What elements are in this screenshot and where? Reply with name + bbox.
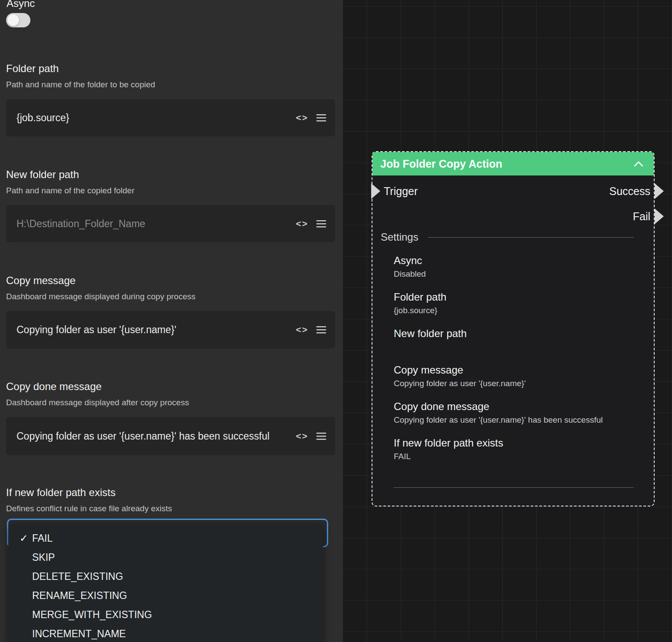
node-setting-copy-done-message: Copy done message Copying folder as user… <box>394 400 634 426</box>
dropdown-option-delete-existing[interactable]: DELETE_EXISTING <box>8 567 323 586</box>
conflict-rule-dropdown: ✓ FAIL SKIP DELETE_EXISTING RENAME_EXIST… <box>8 524 323 642</box>
setting-label: New folder path <box>394 328 634 340</box>
copy-message-input[interactable]: Copying folder as user '{user.name}' <> <box>6 311 335 348</box>
list-icon[interactable] <box>316 432 326 440</box>
node-setting-conflict-rule: If new folder path exists FAIL <box>394 437 634 462</box>
field-label: Folder path <box>6 63 335 75</box>
setting-label: Copy done message <box>394 400 634 413</box>
dropdown-option-merge-with-existing[interactable]: MERGE_WITH_EXISTING <box>8 605 323 624</box>
fail-port-label: Fail <box>372 208 654 225</box>
code-icon[interactable]: <> <box>296 111 308 125</box>
node-title: Job Folder Copy Action <box>380 158 502 170</box>
setting-label: Copy message <box>394 364 634 376</box>
setting-value: Copying folder as user '{user.name}' has… <box>394 415 634 426</box>
setting-value: {job.source} <box>394 306 634 316</box>
option-label: FAIL <box>32 533 53 544</box>
folder-path-input[interactable]: {job.source} <> <box>6 99 335 136</box>
dropdown-option-rename-existing[interactable]: RENAME_EXISTING <box>8 586 323 605</box>
field-label: Copy done message <box>6 381 335 393</box>
field-description: Path and name of the copied folder <box>6 186 335 195</box>
setting-value <box>394 342 634 353</box>
async-label: Async <box>7 0 35 10</box>
node-setting-folder-path: Folder path {job.source} <box>394 291 634 316</box>
field-label: If new folder path exists <box>6 486 335 499</box>
field-description: Defines conflict rule in case file alrea… <box>6 504 335 513</box>
dropdown-option-skip[interactable]: SKIP <box>8 548 323 567</box>
properties-panel: Async Folder path Path and name of the f… <box>0 0 343 642</box>
trigger-port-label: Trigger <box>384 185 418 198</box>
settings-section-label: Settings <box>381 231 418 243</box>
check-icon: ✓ <box>20 533 29 544</box>
input-placeholder: H:\Destination_Folder_Name <box>16 216 145 232</box>
workflow-canvas[interactable]: Job Folder Copy Action Trigger Success F… <box>343 0 672 642</box>
code-icon[interactable]: <> <box>296 323 308 337</box>
list-icon[interactable] <box>316 113 326 122</box>
field-description: Dashboard message displayed after copy p… <box>6 398 335 407</box>
field-group-copy-message: Copy message Dashboard message displayed… <box>6 275 335 348</box>
setting-value: Disabled <box>394 269 634 280</box>
input-value: Copying folder as user '{user.name}' <box>16 322 176 338</box>
option-label: MERGE_WITH_EXISTING <box>32 609 152 621</box>
field-label: New folder path <box>6 169 335 181</box>
input-value: Copying folder as user '{user.name}' has… <box>16 429 270 444</box>
job-folder-copy-action-node[interactable]: Job Folder Copy Action Trigger Success F… <box>372 151 655 506</box>
field-group-conflict-rule: If new folder path exists Defines confli… <box>6 486 335 523</box>
list-icon[interactable] <box>316 219 326 228</box>
settings-divider <box>428 237 634 238</box>
option-label: INCREMENT_NAME <box>32 628 126 640</box>
toggle-knob <box>7 14 19 26</box>
node-bottom-divider <box>394 487 634 488</box>
new-folder-path-input[interactable]: H:\Destination_Folder_Name <> <box>6 205 335 242</box>
option-label: SKIP <box>32 552 55 563</box>
setting-label: If new folder path exists <box>394 437 634 449</box>
node-header[interactable]: Job Folder Copy Action <box>372 152 654 175</box>
node-setting-new-folder-path: New folder path <box>394 328 634 353</box>
node-setting-async: Async Disabled <box>394 255 634 280</box>
chevron-up-icon[interactable] <box>634 161 643 167</box>
success-output-port[interactable] <box>655 183 664 199</box>
list-icon[interactable] <box>316 325 326 334</box>
field-description: Path and name of the folder to be copied <box>6 80 335 89</box>
code-icon[interactable]: <> <box>296 429 308 443</box>
code-icon[interactable]: <> <box>296 217 308 231</box>
option-label: RENAME_EXISTING <box>32 590 127 602</box>
success-port-label: Success <box>609 185 650 198</box>
fail-output-port[interactable] <box>655 208 664 224</box>
setting-value: Copying folder as user '{user.name}' <box>394 379 634 389</box>
trigger-input-port[interactable] <box>371 183 380 199</box>
field-label: Copy message <box>6 275 335 287</box>
input-value: {job.source} <box>16 110 69 126</box>
setting-label: Folder path <box>394 291 634 303</box>
copy-done-message-input[interactable]: Copying folder as user '{user.name}' has… <box>6 417 335 455</box>
node-setting-copy-message: Copy message Copying folder as user '{us… <box>394 364 634 389</box>
field-group-folder-path: Folder path Path and name of the folder … <box>6 63 335 136</box>
node-settings-list: Async Disabled Folder path {job.source} … <box>372 243 654 462</box>
field-group-new-folder-path: New folder path Path and name of the cop… <box>6 169 335 242</box>
setting-value: FAIL <box>394 452 634 462</box>
dropdown-option-fail[interactable]: ✓ FAIL <box>8 529 323 548</box>
setting-label: Async <box>394 255 634 267</box>
async-toggle[interactable] <box>6 13 30 27</box>
field-group-copy-done-message: Copy done message Dashboard message disp… <box>6 381 335 455</box>
dropdown-option-increment-name[interactable]: INCREMENT_NAME <box>8 624 323 642</box>
field-description: Dashboard message displayed during copy … <box>6 292 335 301</box>
option-label: DELETE_EXISTING <box>32 571 123 582</box>
